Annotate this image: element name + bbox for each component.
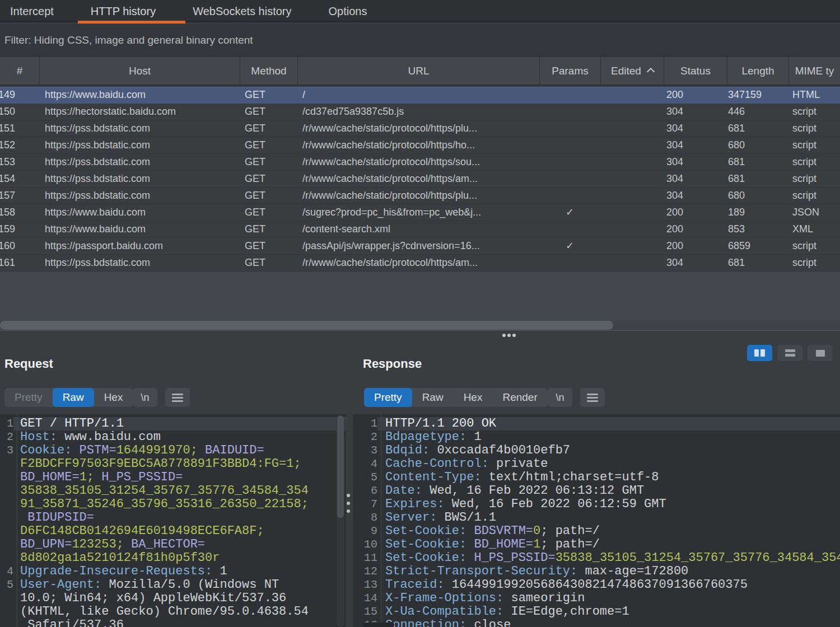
request-editor[interactable]: 1GET / HTTP/1.12Host: www.baidu.com3Cook… [0,414,346,627]
code-line: 5User-Agent: Mozilla/5.0 (Windows NT [0,578,346,592]
history-table-body: 149https://www.baidu.comGET/200347159HTM… [0,87,840,272]
params-check-icon [539,154,600,170]
column-header-label: # [17,65,23,77]
request-tab-hex[interactable]: Hex [94,388,133,407]
cell-mime: XML [788,221,840,237]
column-header-host[interactable]: Host [39,57,240,85]
cell-method: GET [240,87,297,103]
top-tab-bar: Intercept HTTP history WebSockets histor… [0,0,840,22]
line-number: 10 [353,538,377,551]
line-number: 5 [353,471,377,484]
request-menu-button[interactable] [165,388,190,407]
code-line: 16Connection: close [353,619,840,627]
history-row[interactable]: 149https://www.baidu.comGET/200347159HTM… [0,87,840,104]
response-horizontal-scrollbar-thumb[interactable] [363,623,394,627]
column-header-status[interactable]: Status [664,57,727,85]
history-row[interactable]: 151https://pss.bdstatic.comGET/r/www/cac… [0,120,840,137]
cell-url: /cd37ed75a9387c5b.js [297,104,539,120]
response-editor[interactable]: 1HTTP/1.1 200 OK2Bdpagetype: 13Bdqid: 0x… [353,414,840,627]
params-check-icon [539,171,600,187]
column-header-label: MIME ty [795,65,834,77]
cell-host: https://pss.bdstatic.com [39,188,240,204]
history-row[interactable]: 153https://pss.bdstatic.comGET/r/www/cac… [0,154,840,171]
filter-text: Filter: Hiding CSS, image and general bi… [4,34,253,46]
line-number: 1 [353,417,377,431]
line-number [0,511,13,525]
request-vertical-scrollbar-thumb[interactable] [337,415,344,518]
cell-status: 304 [664,104,727,120]
table-panel-splitter[interactable] [0,330,840,340]
code-line: 12Strict-Transport-Security: max-age=172… [353,565,840,578]
history-row[interactable]: 158https://www.baidu.comGET/sugrec?prod=… [0,204,840,221]
view-layout-buttons [747,345,833,361]
line-number [0,457,13,471]
tab-options[interactable]: Options [329,5,367,18]
column-header-mimety[interactable]: MIME ty [788,57,840,85]
cell-length: 6859 [727,238,788,254]
code-line: 3Bdqid: 0xccadaf4b0010efb7 [353,444,840,457]
filter-bar[interactable]: Filter: Hiding CSS, image and general bi… [0,24,840,57]
cell-mime: script [788,238,840,254]
cell-host: https://pss.bdstatic.com [39,154,240,170]
cell-length: 680 [727,188,788,204]
panel-resize-handle[interactable] [347,494,350,513]
cell-host: https://pss.bdstatic.com [39,120,240,137]
request-tab-pretty[interactable]: Pretty [4,388,53,407]
cell-status: 304 [664,188,727,204]
code-line: BD_HOME=1; H_PS_PSSID= [0,471,346,484]
cell-mime: HTML [788,87,840,103]
history-row[interactable]: 159https://www.baidu.comGET/content-sear… [0,221,840,238]
response-tab-raw[interactable]: Raw [412,388,454,407]
line-number: 11 [353,551,377,565]
sort-asc-icon [647,68,655,76]
response-tab-render[interactable]: Render [492,388,547,407]
cell-mime: script [788,120,840,137]
request-tab-raw[interactable]: Raw [53,388,94,407]
cell-method: GET [240,255,297,271]
cell-status: 200 [664,221,727,237]
history-row[interactable]: 161https://pss.bdstatic.comGET/r/www/cac… [0,255,840,272]
cell-num: 152 [0,137,39,153]
single-view-button[interactable] [808,345,833,361]
code-line: F2BDCFF97503F9EBC5A8778891F3BBD4:FG=1; [0,457,346,471]
history-row[interactable]: 154https://pss.bdstatic.comGET/r/www/cac… [0,171,840,188]
code-line: 14X-Frame-Options: sameorigin [353,592,840,605]
history-row[interactable]: 150https://hectorstatic.baidu.comGET/cd3… [0,104,840,120]
cell-length: 681 [727,255,788,271]
column-header-edited[interactable]: Edited [600,57,664,85]
tab-websockets-history[interactable]: WebSockets history [193,5,291,18]
split-columns-view-button[interactable] [747,345,772,361]
history-row[interactable]: 157https://pss.bdstatic.comGET/r/www/cac… [0,188,840,204]
params-check-icon [539,120,600,137]
line-number: 14 [353,592,377,605]
history-table-empty-area [0,272,840,320]
cell-url: /r/www/cache/static/protocol/https/plu..… [297,120,539,137]
split-rows-view-button[interactable] [777,345,802,361]
response-tab-hex[interactable]: Hex [454,388,493,407]
table-horizontal-scrollbar-thumb[interactable] [0,321,613,330]
column-header-url[interactable]: URL [297,57,539,85]
response-menu-button[interactable] [580,388,605,407]
column-header-length[interactable]: Length [727,57,788,85]
history-row[interactable]: 160https://passport.baidu.comGET/passApi… [0,238,840,255]
tab-http-history[interactable]: HTTP history [91,5,156,18]
params-check-icon [539,104,600,120]
tab-intercept[interactable]: Intercept [10,5,54,18]
column-header-#[interactable]: # [0,57,39,85]
column-header-params[interactable]: Params [539,57,600,85]
response-newline-toggle[interactable]: \n [548,388,572,407]
cell-method: GET [240,171,297,187]
cell-num: 154 [0,171,39,187]
history-row[interactable]: 152https://pss.bdstatic.comGET/r/www/cac… [0,137,840,154]
cell-status: 304 [664,120,727,137]
code-line: 7Expires: Wed, 16 Feb 2022 06:12:59 GMT [353,498,840,511]
line-number: 15 [353,605,377,619]
response-tab-pretty[interactable]: Pretty [364,388,412,407]
cell-method: GET [240,120,297,137]
request-view-tabs: PrettyRawHex [4,388,133,407]
column-header-method[interactable]: Method [240,57,297,85]
code-line: 11Set-Cookie: H_PS_PSSID=35838_35105_312… [353,551,840,565]
request-vertical-scrollbar [337,415,344,627]
request-newline-toggle[interactable]: \n [133,388,157,407]
cell-length: 347159 [727,87,788,103]
